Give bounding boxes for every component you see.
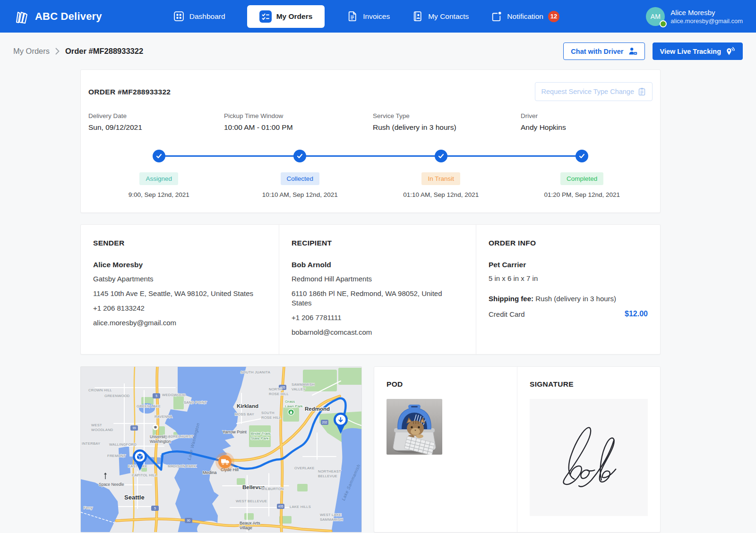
svg-text:SAND POINT: SAND POINT bbox=[184, 400, 207, 405]
svg-text:OVERLAKE: OVERLAKE bbox=[294, 466, 315, 470]
field-value: Andy Hopkins bbox=[521, 123, 653, 132]
nav-item-dashboard[interactable]: Dashboard bbox=[173, 10, 225, 22]
svg-text:INTERBAY: INTERBAY bbox=[82, 441, 100, 446]
svg-text:Ferry: Ferry bbox=[84, 506, 93, 510]
status-badge: Completed bbox=[560, 172, 603, 185]
svg-text:RAVENNA: RAVENNA bbox=[155, 415, 172, 419]
payment-method: Credit Card bbox=[489, 310, 525, 318]
svg-text:SOUTH JUANITA: SOUTH JUANITA bbox=[241, 370, 270, 374]
park-tree-icon bbox=[288, 409, 294, 415]
field-pickup-time-window: Pickup Time Window 10:00 AM - 01:00 PM bbox=[224, 112, 373, 132]
svg-text:Yarrow Point: Yarrow Point bbox=[223, 430, 247, 434]
svg-text:99: 99 bbox=[132, 426, 136, 430]
pod-photo[interactable] bbox=[387, 399, 442, 455]
svg-text:GREENWOOD: GREENWOOD bbox=[104, 394, 130, 398]
pod-section: POD bbox=[374, 367, 517, 532]
recipient-phone: +1 206 7781111 bbox=[292, 313, 464, 322]
notification-count-badge: 12 bbox=[548, 11, 559, 22]
item-name: Pet Carrier bbox=[489, 261, 648, 269]
recipient-email: bobarnold@comcast.com bbox=[292, 328, 464, 337]
svg-text:WEDGWOOD: WEDGWOOD bbox=[162, 393, 186, 397]
check-circle-icon bbox=[576, 150, 588, 162]
svg-text:GREEN LAKE: GREEN LAKE bbox=[137, 404, 161, 408]
svg-text:WEST BELLEVUE: WEST BELLEVUE bbox=[236, 499, 267, 503]
parties-card: SENDER Alice Moresby Gatsby Apartments 1… bbox=[80, 224, 661, 355]
sender-name: Alice Moresby bbox=[93, 261, 266, 269]
pod-signature-card: POD bbox=[374, 366, 661, 533]
check-circle-icon bbox=[293, 150, 306, 162]
avatar: AM bbox=[646, 7, 665, 26]
signature-section: SIGNATURE bbox=[517, 367, 660, 532]
view-live-tracking-button[interactable]: View Live Tracking bbox=[653, 42, 743, 60]
svg-text:90: 90 bbox=[187, 519, 190, 522]
svg-text:Medina: Medina bbox=[203, 470, 217, 475]
live-tracking-icon bbox=[725, 46, 735, 56]
shipping-fee-line: Shipping fee: Rush (delivery in 3 hours) bbox=[489, 295, 648, 303]
nav-item-notification[interactable]: Notification 12 bbox=[490, 10, 559, 22]
shipping-fee-value: Rush (delivery in 3 hours) bbox=[533, 295, 616, 303]
status-time: 01:10 AM, Sep 12nd, 2021 bbox=[403, 191, 479, 198]
dashboard-icon bbox=[173, 10, 185, 22]
section-title: ORDER INFO bbox=[489, 239, 648, 247]
user-name: Alice Moresby bbox=[670, 8, 743, 17]
nav-item-my-contacts[interactable]: My Contacts bbox=[412, 10, 469, 22]
order-amount: $12.00 bbox=[625, 310, 648, 318]
timeline-step-assigned: Assigned 9:00, Sep 12nd, 2021 bbox=[88, 150, 230, 198]
request-service-type-change-button[interactable]: Request Service Type Change bbox=[535, 82, 653, 101]
sender-phone: +1 206 8133242 bbox=[93, 304, 266, 313]
logo-icon bbox=[13, 8, 30, 25]
notification-icon bbox=[490, 10, 502, 22]
svg-text:5: 5 bbox=[155, 394, 157, 398]
brand-logo[interactable]: ABC Delivery bbox=[13, 8, 102, 25]
status-time: 01:20 PM, Sep 12nd, 2021 bbox=[544, 191, 620, 198]
svg-text:LAKE HILLS: LAKE HILLS bbox=[290, 505, 311, 509]
user-menu[interactable]: AM Alice Moresby alice.moresby@gmail.com bbox=[646, 7, 743, 26]
timeline-step-collected: Collected 10:10 AM, Sep 12nd, 2021 bbox=[230, 150, 371, 198]
check-circle-icon bbox=[435, 150, 447, 162]
sender-company: Gatsby Apartments bbox=[93, 274, 266, 284]
user-email: alice.moresby@gmail.com bbox=[670, 17, 743, 25]
tracking-label: View Live Tracking bbox=[660, 48, 722, 55]
svg-text:CAPITOL HILL: CAPITOL HILL bbox=[132, 473, 157, 477]
recipient-section: RECIPIENT Bob Arnold Redmond Hill Apartm… bbox=[279, 225, 476, 354]
svg-text:WEST LAKESAMMAMISH: WEST LAKESAMMAMISH bbox=[320, 513, 343, 522]
breadcrumb-row: My Orders Order #MF288933322 Chat with D… bbox=[0, 33, 756, 69]
svg-text:LAURELHURST: LAURELHURST bbox=[166, 434, 193, 439]
field-value: 10:00 AM - 01:00 PM bbox=[224, 123, 373, 132]
nav-label: My Contacts bbox=[428, 12, 469, 21]
field-value: Sun, 09/12/2021 bbox=[88, 123, 224, 132]
breadcrumb-my-orders[interactable]: My Orders bbox=[13, 47, 50, 56]
nav-items: Dashboard My Orders bbox=[173, 5, 559, 28]
svg-text:Redmond: Redmond bbox=[305, 406, 330, 412]
section-title: RECIPIENT bbox=[292, 239, 464, 247]
chat-with-driver-button[interactable]: Chat with Driver bbox=[563, 42, 644, 60]
sender-section: SENDER Alice Moresby Gatsby Apartments 1… bbox=[81, 225, 279, 354]
field-delivery-date: Delivery Date Sun, 09/12/2021 bbox=[88, 112, 224, 132]
status-time: 10:10 AM, Sep 12nd, 2021 bbox=[262, 191, 338, 198]
check-circle-icon bbox=[153, 150, 165, 162]
chat-label: Chat with Driver bbox=[571, 48, 623, 55]
my-orders-icon bbox=[259, 10, 272, 23]
svg-text:202: 202 bbox=[322, 421, 327, 424]
driver-marker[interactable] bbox=[215, 452, 234, 471]
pod-title: POD bbox=[387, 380, 505, 389]
signature-image bbox=[530, 399, 648, 516]
status-badge: Collected bbox=[281, 172, 319, 185]
field-label: Pickup Time Window bbox=[224, 112, 373, 119]
sender-address: 1145 10th Ave E, Seattle, WA 98102, Unit… bbox=[93, 289, 266, 298]
brand-name: ABC Delivery bbox=[35, 10, 102, 23]
nav-label: Dashboard bbox=[189, 12, 225, 21]
nav-item-my-orders[interactable]: My Orders bbox=[247, 5, 325, 28]
svg-text:Bridle TrailsState Park: Bridle TrailsState Park bbox=[251, 431, 271, 440]
signature-title: SIGNATURE bbox=[530, 380, 648, 389]
nav-item-invoices[interactable]: Invoices bbox=[346, 10, 390, 22]
breadcrumb-current: Order #MF288933322 bbox=[65, 47, 143, 56]
route-map[interactable]: 559940540590202 SeattleKirklandRedmondBe… bbox=[80, 366, 362, 533]
order-summary-card: ORDER #MF288933322 Request Service Type … bbox=[80, 69, 661, 213]
sender-email: alice.moresby@gmail.com bbox=[93, 318, 266, 328]
contacts-icon bbox=[412, 10, 423, 22]
nav-label: Invoices bbox=[363, 12, 390, 21]
svg-text:MADISON PARK: MADISON PARK bbox=[168, 464, 197, 468]
status-badge: Assigned bbox=[139, 172, 178, 185]
shipping-fee-label: Shipping fee: bbox=[489, 295, 533, 303]
